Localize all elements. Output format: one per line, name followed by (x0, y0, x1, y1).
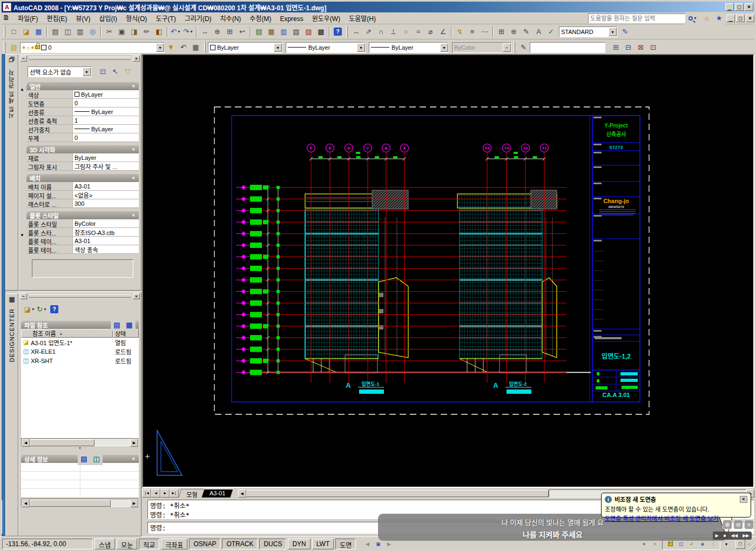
layer-previous-icon[interactable]: ↶ (177, 41, 190, 53)
menu-윈도우W[interactable]: 윈도우(W) (308, 14, 345, 24)
designcenter-bar[interactable]: ▦ DESIGNCENTER (5, 293, 18, 536)
collapse-icon[interactable]: « (131, 85, 137, 88)
property-value[interactable]: ByLayer (73, 125, 139, 133)
menu-치수N[interactable]: 치수(N) (216, 14, 246, 24)
sheet-set-manager-icon[interactable]: ▧ (290, 25, 302, 38)
layer-properties-manager-icon[interactable]: ▤ (8, 41, 20, 53)
menu-형식O[interactable]: 형식(O) (122, 14, 151, 24)
rewind-icon[interactable]: ◀◀ (731, 533, 738, 538)
status-toggle-LWT[interactable]: LWT (312, 539, 334, 549)
palette-close-icon[interactable]: × (133, 293, 140, 299)
collapse-icon[interactable]: « (131, 148, 137, 151)
scrollbar-thumb[interactable] (30, 500, 111, 507)
3d-dwf-icon[interactable]: ◎ (86, 25, 99, 38)
diameter-dimension-icon[interactable]: ⌀ (424, 25, 437, 38)
preview-view-icon[interactable]: ◫ (90, 453, 103, 465)
close-button[interactable]: × (745, 3, 753, 11)
dimension-style-icon[interactable]: ✎ (619, 25, 631, 38)
make-object-layer-current-icon[interactable]: ▼ (165, 41, 177, 53)
viewport-nav-icon[interactable]: ◀ (362, 539, 372, 549)
splitter-handle[interactable]: ▼ (19, 446, 141, 452)
undo-icon[interactable]: ↶▼ (170, 25, 182, 38)
collapse-icon[interactable]: « (131, 177, 137, 180)
status-toggle-OSNAP[interactable]: OSNAP (189, 539, 220, 549)
menu-뷰V[interactable]: 뷰(V) (71, 14, 94, 24)
scrollbar-thumb[interactable] (30, 439, 94, 446)
linear-dimension-icon[interactable]: ↔ (350, 25, 362, 38)
jogged-dimension-icon[interactable]: ≈ (412, 25, 424, 38)
tab-nav-icon[interactable]: |◀ (142, 489, 151, 498)
toolbar-grip[interactable] (4, 26, 5, 38)
block-editor-icon[interactable]: ◧ (153, 25, 165, 38)
section-header-배치[interactable]: 배치« (26, 174, 139, 182)
property-value[interactable]: A3-01 (73, 182, 139, 190)
menu-파일F[interactable]: 파일(F) (14, 14, 42, 24)
refresh-icon[interactable]: ↻▼ (36, 303, 48, 315)
section-header-플롯 스타일[interactable]: 플롯 스타일« (26, 211, 139, 219)
play-icon[interactable]: ▶ (716, 533, 719, 538)
edit-named-view-icon[interactable]: ✎ (517, 41, 530, 53)
tool-palettes-icon[interactable]: ▥ (278, 25, 290, 38)
autocad-app-icon[interactable]: A (3, 3, 11, 11)
dimension-text-edit-icon[interactable]: A (532, 25, 545, 38)
cut-icon[interactable]: ✂ (103, 25, 116, 38)
status-toggle-OTRACK[interactable]: OTRACK (222, 539, 258, 549)
dim-style-combo[interactable]: STANDARD▼ (559, 26, 617, 37)
property-value[interactable]: ByColor (73, 219, 139, 227)
dimension-edit-icon[interactable]: ✎ (520, 25, 532, 38)
status-toggle-DUCS[interactable]: DUCS (259, 539, 286, 549)
document-icon[interactable]: 🗎 (3, 14, 12, 23)
toolbar-grip[interactable] (346, 26, 348, 38)
attach-dwg-icon[interactable]: ◪▼ (23, 303, 36, 315)
dimension-update-icon[interactable]: ✓ (545, 25, 557, 38)
property-value[interactable]: 300 (73, 199, 139, 207)
xref-row[interactable]: ◫XR-ELE1로드됨 (21, 347, 139, 356)
status-toggle-극좌표[interactable]: 극좌표 (161, 539, 187, 549)
publish-icon[interactable]: ▥ (74, 25, 86, 38)
zoom-previous-icon[interactable]: ↩ (236, 25, 248, 38)
menu-그리기D[interactable]: 그리기(D) (180, 14, 216, 24)
plot-preview-icon[interactable]: ◫ (62, 25, 74, 38)
details-view-icon[interactable]: ▤ (78, 453, 90, 465)
drawing-hscroll-thumb[interactable] (246, 490, 549, 497)
selection-combo[interactable]: 선택 요소가 없습▼ (28, 66, 91, 77)
property-value[interactable]: 색상 종속 (73, 245, 139, 253)
resize-grip[interactable] (748, 543, 755, 550)
status-toggle-모눈[interactable]: 모눈 (117, 539, 137, 549)
clean-screen-icon[interactable]: □ (735, 539, 745, 549)
zoom-realtime-icon[interactable]: ⊕ (211, 25, 224, 38)
tolerance-icon[interactable]: ⊞ (495, 25, 508, 38)
property-value[interactable]: 창조ISO-A3.ctb (73, 228, 139, 236)
quick-select-icon[interactable]: ▽ (122, 65, 134, 78)
maximize-button[interactable]: □ (735, 3, 744, 11)
plot-icon[interactable]: ▤ (49, 25, 62, 38)
tab-nav-icon[interactable]: ◀ (151, 489, 160, 498)
property-value[interactable]: ByLayer (73, 153, 139, 162)
copy-icon[interactable]: ▣ (116, 25, 128, 38)
menu-도움말H[interactable]: 도움말(H) (345, 14, 380, 24)
quickcalc-icon[interactable]: ▩ (315, 25, 327, 38)
stop-icon[interactable]: ■ (724, 533, 726, 538)
palette-minimize-icon[interactable]: − (20, 56, 27, 62)
xref-palette-titlebar[interactable]: − × (19, 292, 141, 300)
property-value[interactable]: ByLayer (73, 90, 139, 98)
hscroll-left-icon[interactable]: ◀ (238, 489, 246, 498)
overlay-move-icon[interactable]: ⊕ (723, 520, 732, 529)
cad-drawing-canvas[interactable]: Y-Project신축공사57273Chang-joARCHITECTS입면도-… (142, 54, 754, 488)
collapse-icon[interactable]: « (131, 214, 137, 217)
status-toggle-스냅[interactable]: 스냅 (94, 539, 115, 549)
overlay-minimize-icon[interactable]: ⊖ (733, 520, 743, 529)
toolbar-grip[interactable] (4, 42, 5, 53)
tab-nav-icon[interactable]: ▶| (170, 489, 179, 498)
aligned-dimension-icon[interactable]: ⇗ (362, 25, 375, 38)
doc-restore-button[interactable]: □ (736, 15, 745, 22)
tab-A3-01[interactable]: A3-01 (201, 489, 234, 498)
color-combo[interactable]: ByLayer▼ (208, 42, 282, 53)
scroll-right-icon[interactable]: ▶ (130, 499, 138, 507)
section-header-3D 시각화[interactable]: 3D 시각화« (26, 145, 139, 153)
property-value[interactable]: <없음> (73, 191, 139, 199)
doc-minimize-button[interactable]: _ (726, 15, 735, 22)
property-value[interactable]: ByLayer (73, 107, 139, 116)
forward-icon[interactable]: ▶▶ (742, 533, 749, 538)
scroll-up-icon[interactable]: ▲ (20, 87, 24, 92)
